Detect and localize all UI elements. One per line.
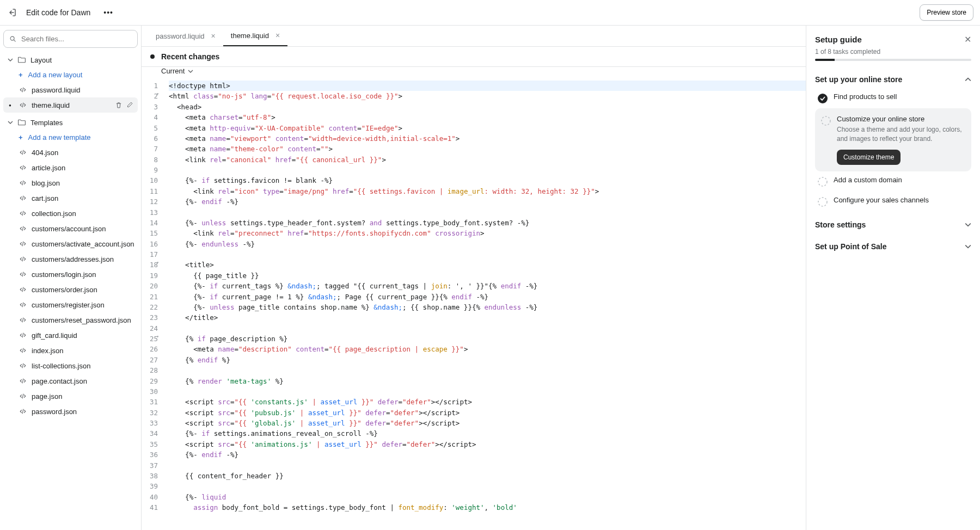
code-content[interactable]: <!doctype html><html class="no-js" lang=… <box>163 81 806 530</box>
file-item[interactable]: page.contact.json <box>3 373 138 389</box>
file-item[interactable]: gift_card.liquid <box>3 328 138 343</box>
topbar: Edit code for Dawn ••• Preview store <box>0 0 980 26</box>
search-icon <box>9 35 17 43</box>
file-name: cart.json <box>32 194 58 202</box>
file-name: article.json <box>32 164 65 172</box>
setup-task[interactable]: Add a custom domain <box>815 171 971 192</box>
file-item[interactable]: index.json <box>3 343 138 358</box>
check-circle-empty-icon <box>820 115 831 126</box>
plus-icon: + <box>19 133 23 141</box>
code-file-icon <box>19 285 27 294</box>
file-item[interactable]: page.json <box>3 389 138 404</box>
file-name: page.contact.json <box>32 377 87 385</box>
page-title: Edit code for Dawn <box>26 8 90 17</box>
tab-label: theme.liquid <box>231 32 269 40</box>
setup-task[interactable]: Configure your sales channels <box>815 192 971 212</box>
code-file-icon <box>19 407 27 416</box>
setup-guide-panel: Setup guide ✕ 1 of 8 tasks completed Set… <box>806 26 980 530</box>
task-title: Find products to sell <box>834 93 969 101</box>
section-store-settings-label: Store settings <box>815 220 866 229</box>
close-icon[interactable]: ✕ <box>964 34 971 45</box>
code-file-icon <box>19 101 27 109</box>
add-template-label: Add a new template <box>28 133 91 141</box>
trash-icon[interactable] <box>115 101 122 109</box>
add-template-button[interactable]: + Add a new template <box>3 130 138 145</box>
svg-point-1 <box>818 94 828 103</box>
svg-point-2 <box>822 116 830 125</box>
exit-icon[interactable] <box>7 7 17 18</box>
code-file-icon <box>19 239 27 248</box>
folder-icon <box>17 56 26 64</box>
add-layout-button[interactable]: + Add a new layout <box>3 67 138 82</box>
editor-tabs: password.liquid×theme.liquid× <box>142 26 806 47</box>
version-selector[interactable]: Current <box>142 67 806 81</box>
layout-folder-label: Layout <box>30 56 52 64</box>
progress-bar <box>815 59 971 61</box>
search-input[interactable] <box>21 35 132 43</box>
chevron-down-icon <box>8 57 13 63</box>
pencil-icon[interactable] <box>126 101 133 109</box>
file-item[interactable]: customers/reset_password.json <box>3 312 138 328</box>
code-file-icon <box>19 392 27 400</box>
section-pos-label: Set up Point of Sale <box>815 242 886 251</box>
file-item[interactable]: customers/account.json <box>3 221 138 236</box>
chevron-up-icon <box>965 76 971 83</box>
code-editor[interactable]: 1234567891011121314151617181920212223242… <box>142 81 806 530</box>
chevron-down-icon <box>965 221 971 228</box>
recent-changes-title: Recent changes <box>161 52 219 61</box>
code-file-icon <box>19 361 27 370</box>
file-name: index.json <box>32 347 64 355</box>
search-input-wrapper[interactable] <box>3 30 138 48</box>
check-circle-empty-icon <box>817 176 828 187</box>
check-circle-empty-icon <box>817 196 828 207</box>
close-tab-icon[interactable]: × <box>211 32 216 40</box>
preview-store-button[interactable]: Preview store <box>920 4 973 21</box>
file-item[interactable]: customers/activate_account.json <box>3 236 138 251</box>
editor-tab[interactable]: password.liquid× <box>148 26 223 46</box>
file-item[interactable]: list-collections.json <box>3 358 138 373</box>
more-menu-icon[interactable]: ••• <box>99 8 118 17</box>
file-item[interactable]: cart.json <box>3 190 138 206</box>
layout-folder-header[interactable]: Layout <box>3 52 138 67</box>
chevron-down-icon <box>965 243 971 250</box>
file-item[interactable]: collection.json <box>3 206 138 221</box>
file-item[interactable]: customers/order.json <box>3 282 138 297</box>
file-item[interactable]: password.json <box>3 404 138 419</box>
code-file-icon <box>19 255 27 263</box>
section-online-store[interactable]: Set up your online store <box>815 71 971 88</box>
file-item[interactable]: article.json <box>3 160 138 175</box>
code-file-icon <box>19 163 27 172</box>
topbar-left: Edit code for Dawn ••• <box>7 7 118 18</box>
file-name: 404.json <box>32 149 58 157</box>
file-item[interactable]: theme.liquid <box>3 97 138 113</box>
tab-label: password.liquid <box>156 32 205 40</box>
setup-task[interactable]: Find products to sell <box>815 88 971 108</box>
svg-point-4 <box>818 198 827 206</box>
editor-tab[interactable]: theme.liquid× <box>223 26 287 46</box>
file-name: customers/reset_password.json <box>32 316 131 324</box>
chevron-down-icon <box>188 69 193 74</box>
file-item[interactable]: customers/login.json <box>3 267 138 282</box>
section-pos[interactable]: Set up Point of Sale <box>815 238 971 255</box>
file-item[interactable]: 404.json <box>3 145 138 160</box>
file-name: list-collections.json <box>32 362 90 370</box>
section-store-settings[interactable]: Store settings <box>815 216 971 233</box>
svg-point-3 <box>818 177 827 186</box>
task-title: Customize your online store <box>837 115 966 123</box>
setup-task[interactable]: Customize your online store Choose a the… <box>815 108 971 171</box>
version-label: Current <box>161 67 185 75</box>
close-tab-icon[interactable]: × <box>275 31 280 40</box>
file-item[interactable]: blog.json <box>3 175 138 190</box>
code-file-icon <box>19 194 27 202</box>
code-file-icon <box>19 209 27 218</box>
task-title: Add a custom domain <box>834 176 969 184</box>
section-online-store-label: Set up your online store <box>815 75 902 84</box>
file-item[interactable]: password.liquid <box>3 82 138 97</box>
templates-folder-header[interactable]: Templates <box>3 115 138 130</box>
folder-icon <box>17 118 26 127</box>
customize-theme-button[interactable]: Customize theme <box>837 150 901 165</box>
code-file-icon <box>19 224 27 233</box>
file-item[interactable]: customers/addresses.json <box>3 251 138 267</box>
file-item[interactable]: customers/register.json <box>3 297 138 312</box>
code-file-icon <box>19 331 27 340</box>
